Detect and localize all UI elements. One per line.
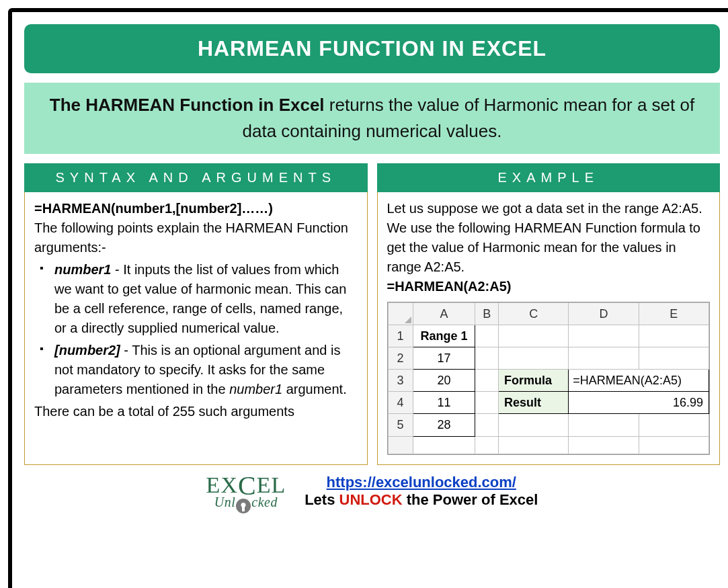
empty-cell: [475, 370, 499, 392]
empty-cell: [569, 325, 639, 347]
formula-value-cell: =HARMEAN(A2:A5): [569, 370, 709, 392]
empty-cell: [475, 436, 499, 454]
arg1-name: number1: [54, 262, 111, 277]
syntax-intro: The following points explain the HARMEAN…: [34, 218, 358, 257]
empty-cell: [475, 347, 499, 370]
spreadsheet-table: A B C D E 1 Range 1: [388, 302, 710, 454]
tagline-unlock: UNLOCK: [339, 491, 403, 508]
colhdr-A: A: [413, 303, 475, 325]
colhdr-D: D: [569, 303, 639, 325]
empty-cell: [499, 347, 569, 370]
empty-cell: [639, 347, 709, 370]
description-banner: The HARMEAN Function in Excel returns th…: [24, 83, 720, 154]
page-title: HARMEAN FUNCTION IN EXCEL: [24, 24, 720, 73]
spreadsheet: A B C D E 1 Range 1: [387, 302, 711, 455]
footer: EXCEL Unlcked https://excelunlocked.com/…: [24, 472, 720, 511]
data-cell: 17: [413, 347, 475, 370]
empty-cell: [639, 436, 709, 454]
empty-cell: [499, 414, 569, 436]
syntax-body: =HARMEAN(number1,[number2]……) The follow…: [24, 192, 368, 465]
footer-link[interactable]: https://excelunlocked.com/: [327, 474, 516, 491]
empty-cell: [475, 414, 499, 436]
description-bold: The HARMEAN Function in Excel: [50, 95, 325, 115]
document-frame: HARMEAN FUNCTION IN EXCEL The HARMEAN Fu…: [8, 8, 728, 588]
empty-cell: [499, 436, 569, 454]
data-cell: 11: [413, 392, 475, 414]
empty-cell: [569, 414, 639, 436]
argument-list: number1 - It inputs the list of values f…: [34, 260, 358, 399]
logo-top: EXCEL: [206, 472, 286, 496]
formula-label-cell: Formula: [499, 370, 569, 392]
example-header: EXAMPLE: [377, 163, 721, 192]
keyhole-icon: [236, 499, 251, 513]
rowhdr: 2: [388, 347, 413, 370]
arg2-name: [number2]: [54, 343, 120, 358]
example-body: Let us suppose we got a data set in the …: [377, 192, 721, 465]
rowhdr: 5: [388, 414, 413, 436]
range-header-cell: Range 1: [413, 325, 475, 347]
empty-cell: [569, 436, 639, 454]
arg2-trail-italic: number1: [229, 382, 282, 396]
result-label-cell: Result: [499, 392, 569, 414]
example-line1: Let us suppose we got a data set in the …: [387, 199, 711, 218]
empty-cell: [639, 325, 709, 347]
empty-cell: [639, 414, 709, 436]
tagline-post: the Power of Excel: [403, 491, 538, 508]
empty-cell: [499, 325, 569, 347]
rowhdr: 1: [388, 325, 413, 347]
example-formula: =HARMEAN(A2:A5): [387, 277, 711, 296]
logo: EXCEL Unlcked: [206, 472, 286, 511]
argument-item: number1 - It inputs the list of values f…: [38, 260, 358, 338]
rowhdr: [388, 436, 413, 454]
syntax-formula: =HARMEAN(number1,[number2]……): [34, 199, 358, 218]
empty-cell: [475, 325, 499, 347]
colhdr-E: E: [639, 303, 709, 325]
columns: SYNTAX AND ARGUMENTS =HARMEAN(number1,[n…: [24, 163, 720, 465]
logo-bottom: Unlcked: [214, 496, 278, 511]
rowhdr: 4: [388, 392, 413, 414]
example-column: EXAMPLE Let us suppose we got a data set…: [377, 163, 721, 465]
tagline-pre: Lets: [305, 491, 339, 508]
empty-cell: [475, 392, 499, 414]
data-cell: 28: [413, 414, 475, 436]
footer-text: https://excelunlocked.com/ Lets UNLOCK t…: [305, 474, 538, 509]
example-line2: We use the following HARMEAN Function fo…: [387, 218, 711, 277]
colhdr-C: C: [499, 303, 569, 325]
empty-cell: [569, 347, 639, 370]
argument-item: [number2] - This is an optional argument…: [38, 341, 358, 399]
sheet-corner: [388, 303, 413, 325]
syntax-note: There can be a total of 255 such argumen…: [34, 402, 358, 421]
rowhdr: 3: [388, 370, 413, 392]
syntax-column: SYNTAX AND ARGUMENTS =HARMEAN(number1,[n…: [24, 163, 368, 465]
syntax-header: SYNTAX AND ARGUMENTS: [24, 163, 368, 192]
arg2-trail-after: argument.: [282, 382, 347, 396]
result-value-cell: 16.99: [569, 392, 709, 414]
data-cell: 20: [413, 370, 475, 392]
empty-cell: [413, 436, 475, 454]
logo-text-1: EX: [206, 472, 238, 497]
logo-text-2: EL: [257, 472, 286, 497]
colhdr-B: B: [475, 303, 499, 325]
